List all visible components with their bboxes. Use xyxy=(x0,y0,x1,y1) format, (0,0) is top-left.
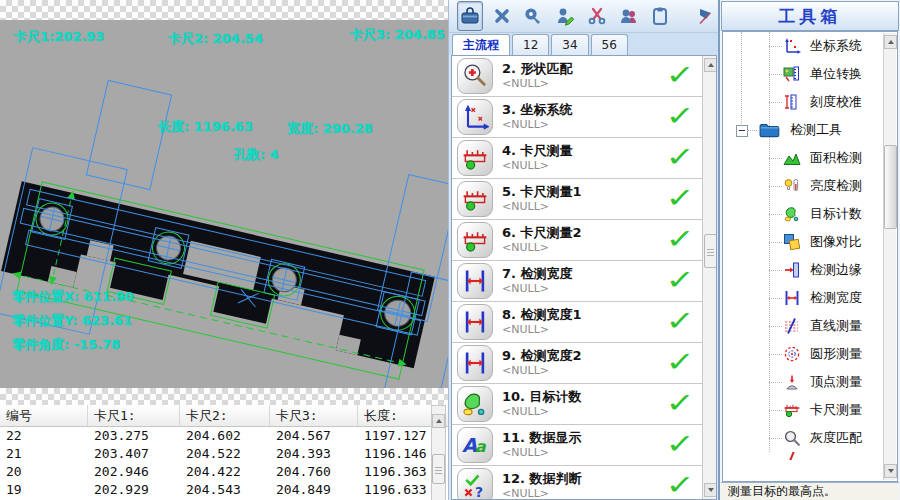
tab-56[interactable]: 56 xyxy=(591,34,628,55)
tree-item-line-measure[interactable]: 直线测量 xyxy=(723,312,897,340)
success-check-icon: ✓ xyxy=(666,305,695,336)
scrollbar-thumb[interactable] xyxy=(432,454,445,484)
tree-item-label: 直线测量 xyxy=(810,317,862,335)
image-viewport[interactable]: 卡尺1:202.93 卡尺2: 204.54 卡尺3: 204.85 长度: 1… xyxy=(0,20,448,388)
step-item-shape-match[interactable]: 2. 形状匹配<NULL> ✓ xyxy=(452,56,716,97)
flow-tabs: 主流程 12 34 56 xyxy=(449,33,719,55)
tab-34[interactable]: 34 xyxy=(551,34,588,55)
step-item-data-judge[interactable]: ? 12. 数据判断<NULL> ✓ xyxy=(452,466,716,500)
tree-item-gray-match[interactable]: 灰度匹配 xyxy=(723,424,897,452)
tree-folder-detect-tools[interactable]: 检测工具 xyxy=(723,116,897,144)
step-item-width-detect1[interactable]: 8. 检测宽度1<NULL> ✓ xyxy=(452,302,716,343)
column-header[interactable]: 卡尺3: xyxy=(270,405,358,426)
vision-inspection-app: 卡尺1:202.93 卡尺2: 204.54 卡尺3: 204.85 长度: 1… xyxy=(0,0,900,500)
step-item-width-detect[interactable]: 7. 检测宽度<NULL> ✓ xyxy=(452,261,716,302)
column-header[interactable]: 编号 xyxy=(0,405,88,426)
step-title: 12. 数据判断 xyxy=(502,472,582,486)
column-header[interactable]: 卡尺1: xyxy=(88,405,180,426)
step-item-caliper2[interactable]: 6. 卡尺测量2<NULL> ✓ xyxy=(452,220,716,261)
collapse-expander-icon[interactable] xyxy=(736,125,748,137)
column-header[interactable]: 长度: xyxy=(358,405,432,426)
tree-item-image-compare[interactable]: 图像对比 xyxy=(723,228,897,256)
caliper-icon xyxy=(457,140,493,176)
tree-item-brightness-detect[interactable]: 亮度检测 xyxy=(723,172,897,200)
tree-item-label: 灰度匹配 xyxy=(810,429,862,447)
tree-item-label: 单位转换 xyxy=(810,65,862,83)
caliper-icon xyxy=(783,401,801,419)
tree-item-area-detect[interactable]: 面积检测 xyxy=(723,144,897,172)
scroll-up-icon[interactable] xyxy=(432,414,445,428)
success-check-icon: ✓ xyxy=(666,346,695,377)
step-item-width-detect2[interactable]: 9. 检测宽度2<NULL> ✓ xyxy=(452,343,716,384)
column-header[interactable]: 卡尺2: xyxy=(180,405,270,426)
cell: 202.929 xyxy=(88,481,180,499)
table-row[interactable]: 20 202.946 204.422 204.760 1196.363 xyxy=(0,463,448,481)
step-subtitle: <NULL> xyxy=(502,324,582,336)
table-row[interactable]: 22 203.275 204.602 204.567 1197.127 xyxy=(0,427,448,445)
table-scrollbar[interactable] xyxy=(431,405,446,500)
table-row[interactable]: 21 203.407 204.522 204.393 1196.146 xyxy=(0,445,448,463)
tree-item-edge-detect[interactable]: 检测边缘 xyxy=(723,256,897,284)
unit-convert-icon xyxy=(783,65,801,83)
table-row[interactable]: 19 202.929 204.543 204.849 1196.633 xyxy=(0,481,448,499)
edge-detect-icon xyxy=(783,261,801,279)
step-item-coordinate-system[interactable]: 3. 坐标系统<NULL> ✓ xyxy=(452,97,716,138)
overlay-caliper1-value: 卡尺1:202.93 xyxy=(14,28,104,46)
width-detect-icon xyxy=(457,263,493,299)
briefcase-button[interactable] xyxy=(457,1,483,31)
tree-item-target-count[interactable]: 目标计数 xyxy=(723,200,897,228)
tree-item-clipped[interactable] xyxy=(723,452,897,460)
edit-user-button[interactable] xyxy=(552,1,578,31)
cell: 204.522 xyxy=(180,445,270,463)
shape-match-icon xyxy=(457,58,493,94)
step-subtitle: <NULL> xyxy=(502,283,573,295)
scroll-down-icon[interactable] xyxy=(884,464,897,478)
step-list-scrollbar[interactable] xyxy=(702,56,716,499)
flag-icon xyxy=(696,6,716,26)
flag-button[interactable] xyxy=(693,1,719,31)
success-check-icon: ✓ xyxy=(666,182,695,213)
scroll-down-icon[interactable] xyxy=(704,483,717,497)
target-count-icon xyxy=(457,386,493,422)
success-check-icon: ✓ xyxy=(666,264,695,295)
overlay-part-pos-x: 零件位置X: 611.90 xyxy=(12,288,134,306)
tree-stub xyxy=(769,382,782,383)
scroll-up-icon[interactable] xyxy=(704,58,717,72)
users-icon xyxy=(619,6,639,26)
step-item-caliper1[interactable]: 5. 卡尺测量1<NULL> ✓ xyxy=(452,179,716,220)
tab-main-flow[interactable]: 主流程 xyxy=(452,34,510,55)
tree-item-width-detect[interactable]: 检测宽度 xyxy=(723,284,897,312)
tree-item-unit-convert[interactable]: 单位转换 xyxy=(723,60,897,88)
svg-text:?: ? xyxy=(475,484,483,500)
step-item-caliper[interactable]: 4. 卡尺测量<NULL> ✓ xyxy=(452,138,716,179)
step-title: 3. 坐标系统 xyxy=(502,103,573,117)
area-detect-icon xyxy=(783,149,801,167)
tree-item-circle-measure[interactable]: 圆形测量 xyxy=(723,340,897,368)
tag-icon xyxy=(523,6,543,26)
cut-button[interactable] xyxy=(584,1,610,31)
scrollbar-thumb[interactable] xyxy=(704,234,717,268)
cell: 20 xyxy=(0,463,88,481)
users-button[interactable] xyxy=(616,1,642,31)
clipboard-button[interactable] xyxy=(648,1,674,31)
line-measure-icon xyxy=(783,317,801,335)
tree-item-label: 检测宽度 xyxy=(810,289,862,307)
tab-12[interactable]: 12 xyxy=(512,34,549,55)
step-item-data-display[interactable]: Aa 11. 数据显示<NULL> ✓ xyxy=(452,425,716,466)
step-title: 4. 卡尺测量 xyxy=(502,144,573,158)
tree-item-vertex-measure[interactable]: 顶点测量 xyxy=(723,368,897,396)
circle-measure-icon xyxy=(783,345,801,363)
tree-item-scale-calibrate[interactable]: 刻度校准 xyxy=(723,88,897,116)
tree-item-label: 圆形测量 xyxy=(810,345,862,363)
close-button[interactable] xyxy=(489,1,515,31)
tree-item-caliper[interactable]: 卡尺测量 xyxy=(723,396,897,424)
tree-item-coordinate-system[interactable]: 坐标系统 xyxy=(723,32,897,60)
step-item-target-count[interactable]: 10. 目标计数<NULL> ✓ xyxy=(452,384,716,425)
status-text: 测量目标的最高点。 xyxy=(728,483,836,500)
status-bar: 测量目标的最高点。 xyxy=(721,482,899,500)
tree-item-label: 目标计数 xyxy=(810,205,862,223)
tree-item-label: 卡尺测量 xyxy=(810,401,862,419)
flow-panel: 主流程 12 34 56 2. 形状匹配<NULL> ✓ 3. 坐标系统<NUL… xyxy=(448,0,718,500)
cell: 204.760 xyxy=(270,463,358,481)
tag-button[interactable] xyxy=(521,1,547,31)
